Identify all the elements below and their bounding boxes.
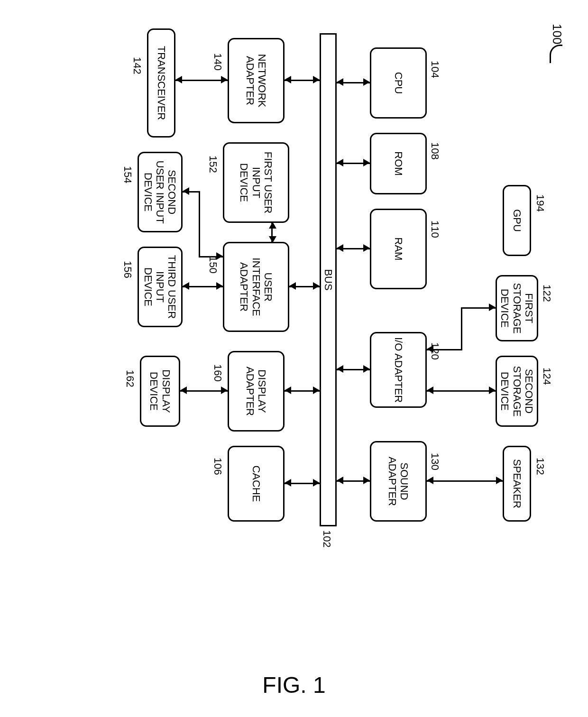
network-adapter-ref: 140 — [211, 53, 224, 71]
rom-ref: 108 — [429, 142, 441, 160]
third-user-input-ref: 156 — [121, 261, 134, 278]
bus: BUS — [320, 33, 337, 526]
transceiver-box: TRANSCEIVER — [147, 28, 175, 138]
cpu-label: CPU — [392, 72, 404, 94]
ram-label: RAM — [392, 238, 404, 261]
cache-ref: 106 — [211, 458, 224, 475]
sound-adapter-box: SOUND ADAPTER — [370, 441, 427, 522]
bus-ref: 102 — [321, 530, 333, 548]
first-user-input-box: FIRST USER INPUT DEVICE — [223, 142, 289, 223]
ref-100: 100 — [550, 24, 564, 44]
ram-box: RAM — [370, 209, 427, 289]
first-storage-label: FIRST STORAGE DEVICE — [499, 279, 535, 337]
user-if-adapter-box: USER INTERFACE ADAPTER — [223, 242, 289, 332]
sound-adapter-label: SOUND ADAPTER — [386, 445, 411, 517]
rom-label: ROM — [392, 151, 404, 175]
transceiver-label: TRANSCEIVER — [155, 46, 167, 120]
third-user-input-box: THIRD USER INPUT DEVICE — [138, 247, 183, 327]
bus-label: BUS — [322, 269, 334, 290]
display-adapter-label: DISPLAY ADAPTER — [244, 355, 268, 427]
display-device-label: DISPLAY DEVICE — [148, 360, 172, 423]
speaker-ref: 132 — [534, 458, 546, 475]
cpu-box: CPU — [370, 47, 427, 119]
first-user-input-ref: 152 — [207, 156, 219, 173]
gpu-box: GPU — [503, 185, 531, 256]
cache-label: CACHE — [250, 465, 262, 502]
cpu-ref: 104 — [429, 61, 441, 78]
rom-box: ROM — [370, 133, 427, 194]
io-adapter-label: I/O ADAPTER — [392, 337, 404, 403]
third-user-input-label: THIRD USER INPUT DEVICE — [142, 251, 178, 323]
display-device-ref: 162 — [124, 370, 136, 387]
network-adapter-label: NETWORK ADAPTER — [244, 42, 268, 119]
gpu-label: GPU — [511, 209, 523, 232]
user-if-adapter-label: USER INTERFACE ADAPTER — [238, 246, 274, 328]
gpu-ref: 194 — [534, 194, 546, 212]
network-adapter-box: NETWORK ADAPTER — [228, 38, 285, 123]
display-adapter-box: DISPLAY ADAPTER — [228, 351, 285, 432]
second-storage-ref: 124 — [541, 368, 553, 385]
first-storage-ref: 122 — [541, 285, 553, 302]
first-user-input-label: FIRST USER INPUT DEVICE — [238, 147, 274, 219]
ram-ref: 110 — [429, 221, 441, 238]
second-user-input-label: SECOND USER INPUT DEVICE — [142, 156, 178, 228]
display-adapter-ref: 160 — [211, 364, 224, 382]
transceiver-ref: 142 — [131, 57, 143, 74]
second-user-input-ref: 154 — [121, 166, 134, 184]
second-storage-box: SECOND STORAGE DEVICE — [496, 356, 538, 427]
second-storage-label: SECOND STORAGE DEVICE — [499, 360, 535, 423]
figure-label: FIG. 1 — [0, 672, 588, 698]
io-adapter-box: I/O ADAPTER — [370, 332, 427, 408]
speaker-box: SPEAKER — [503, 446, 531, 522]
cache-box: CACHE — [228, 446, 285, 522]
second-user-input-box: SECOND USER INPUT DEVICE — [138, 152, 183, 232]
ref-100-hook — [550, 45, 562, 63]
first-storage-box: FIRST STORAGE DEVICE — [496, 275, 538, 341]
display-device-box: DISPLAY DEVICE — [140, 356, 180, 427]
sound-adapter-ref: 130 — [429, 453, 441, 470]
speaker-label: SPEAKER — [511, 459, 523, 508]
